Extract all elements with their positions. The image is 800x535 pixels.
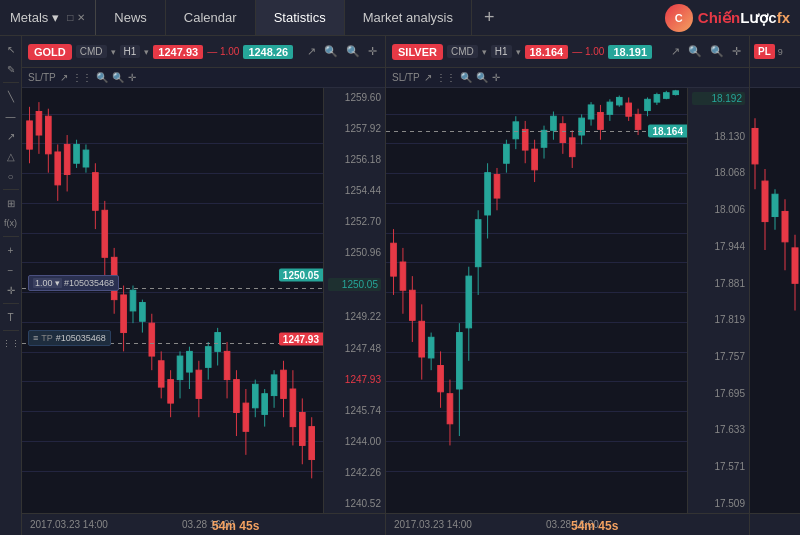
partial-price: 9 — [778, 47, 783, 57]
silver-zoom-minus[interactable]: 🔍 — [686, 44, 704, 59]
silver-price-7: 17.819 — [692, 314, 745, 325]
svg-rect-45 — [234, 380, 240, 413]
svg-rect-81 — [475, 220, 481, 267]
silver-timer: 54m 45s — [571, 519, 618, 533]
gold-zoom-plus[interactable]: 🔍 — [344, 44, 362, 59]
tool-crosshair[interactable]: ✛ — [2, 281, 20, 299]
svg-rect-121 — [663, 93, 669, 99]
brand-logo: C Chiến Lược fx — [655, 0, 800, 35]
order-select[interactable]: 1.00 ▾ — [33, 278, 62, 288]
svg-rect-129 — [772, 194, 778, 216]
tool-indicator[interactable]: f(x) — [2, 214, 20, 232]
gold-chart-body[interactable]: 1.00 ▾ #105035468 ≡ TP #105035468 1250.0… — [22, 88, 385, 513]
tab-market-analysis[interactable]: Market analysis — [345, 0, 472, 35]
svg-rect-23 — [130, 290, 136, 311]
svg-rect-35 — [187, 351, 193, 372]
top-nav: Metals ▾ □ ✕ News Calendar Statistics Ma… — [0, 0, 800, 36]
tool-zoom-out[interactable]: − — [2, 261, 20, 279]
tool-triangle[interactable]: △ — [2, 147, 20, 165]
gold-chart-header: GOLD CMD ▾ H1 ▾ 1247.93 — 1.00 1248.26 ↗… — [22, 36, 385, 68]
svg-rect-107 — [598, 112, 604, 129]
tab-calendar[interactable]: Calendar — [166, 0, 256, 35]
silver-current-price: 18.164 — [648, 124, 687, 137]
gold-price-axis: 1259.60 1257.92 1256.18 1254.44 1252.70 … — [323, 88, 385, 513]
silver-time-1: 2017.03.23 14:00 — [394, 519, 472, 530]
gold-sltp-icon1: ↗ — [60, 72, 68, 83]
svg-rect-29 — [158, 361, 164, 387]
silver-price-10: 17.633 — [692, 424, 745, 435]
silver-chart-body[interactable]: 18.164 18.192 18.130 18.068 18.006 17.94… — [386, 88, 749, 513]
gold-price-13: 1242.26 — [328, 467, 381, 478]
gold-price-4: 1254.44 — [328, 185, 381, 196]
silver-price-12: 17.509 — [692, 498, 745, 509]
svg-rect-85 — [494, 175, 500, 199]
gold-timer: 54m 45s — [212, 519, 259, 533]
svg-rect-65 — [400, 262, 406, 290]
silver-chart-icon1[interactable]: ↗ — [669, 44, 682, 59]
svg-rect-101 — [569, 138, 575, 157]
silver-price-3: 18.068 — [692, 167, 745, 178]
tool-arrow[interactable]: ↗ — [2, 127, 20, 145]
tool-text[interactable]: T — [2, 308, 20, 326]
svg-rect-61 — [309, 427, 315, 460]
tool-zoom-in[interactable]: + — [2, 241, 20, 259]
partial-candles — [750, 88, 800, 513]
svg-rect-59 — [299, 413, 305, 446]
gold-price-14: 1240.52 — [328, 498, 381, 509]
silver-cmd: CMD — [447, 45, 478, 58]
gold-tp-box[interactable]: ≡ TP #105035468 — [28, 330, 111, 346]
svg-rect-77 — [457, 333, 463, 389]
tool-ellipse[interactable]: ○ — [2, 167, 20, 185]
svg-rect-5 — [46, 116, 52, 154]
svg-rect-71 — [428, 337, 434, 358]
gold-tf: H1 — [120, 45, 141, 58]
tool-divider-4 — [3, 303, 19, 304]
gold-price-1: 1259.60 — [328, 92, 381, 103]
svg-rect-93 — [532, 149, 538, 170]
tool-layers[interactable]: ⋮⋮ — [2, 335, 20, 353]
partial-time — [750, 513, 800, 535]
svg-rect-7 — [55, 152, 61, 185]
silver-crosshair[interactable]: ✛ — [730, 44, 743, 59]
silver-change: — 1.00 — [572, 46, 604, 57]
silver-sltp-icon4: 🔍 — [476, 72, 488, 83]
svg-rect-97 — [551, 116, 557, 130]
svg-rect-27 — [149, 323, 155, 356]
silver-zoom-plus[interactable]: 🔍 — [708, 44, 726, 59]
tool-hline[interactable]: — — [2, 107, 20, 125]
tab-market-analysis-label: Market analysis — [363, 10, 453, 25]
silver-price-8: 17.757 — [692, 351, 745, 362]
tool-pencil[interactable]: ✎ — [2, 60, 20, 78]
svg-rect-47 — [243, 403, 249, 431]
gold-chart-icon1[interactable]: ↗ — [305, 44, 318, 59]
silver-tf: H1 — [491, 45, 512, 58]
gold-time-1: 2017.03.23 14:00 — [30, 519, 108, 530]
gold-crosshair[interactable]: ✛ — [366, 44, 379, 59]
tool-cursor[interactable]: ↖ — [2, 40, 20, 58]
dropdown-arrow: ▾ — [52, 10, 59, 25]
brand-fx: fx — [777, 9, 790, 26]
tool-grid[interactable]: ⊞ — [2, 194, 20, 212]
tab-news[interactable]: News — [96, 0, 166, 35]
svg-rect-43 — [224, 351, 230, 379]
gold-sltp-icon5: ✛ — [128, 72, 136, 83]
tool-line[interactable]: ╲ — [2, 87, 20, 105]
svg-rect-91 — [522, 129, 528, 150]
svg-rect-123 — [673, 91, 679, 95]
svg-rect-55 — [281, 370, 287, 398]
silver-price-1: 18.192 — [692, 92, 745, 105]
tab-statistics[interactable]: Statistics — [256, 0, 345, 35]
add-tab-button[interactable]: + — [472, 0, 507, 35]
svg-rect-113 — [626, 103, 632, 116]
silver-price-4: 18.006 — [692, 204, 745, 215]
gold-sltp-icon3: 🔍 — [96, 72, 108, 83]
silver-price-line — [386, 131, 687, 132]
gold-tp-id: #105035468 — [56, 333, 106, 343]
gold-ask: 1248.26 — [243, 45, 293, 59]
gold-order-box[interactable]: 1.00 ▾ #105035468 — [28, 275, 119, 291]
silver-sltp-row: SL/TP ↗ ⋮⋮ 🔍 🔍 ✛ — [386, 68, 749, 88]
svg-rect-49 — [252, 384, 258, 408]
gold-zoom-minus[interactable]: 🔍 — [322, 44, 340, 59]
svg-rect-69 — [419, 321, 425, 357]
metals-dropdown[interactable]: Metals ▾ □ ✕ — [0, 0, 96, 35]
